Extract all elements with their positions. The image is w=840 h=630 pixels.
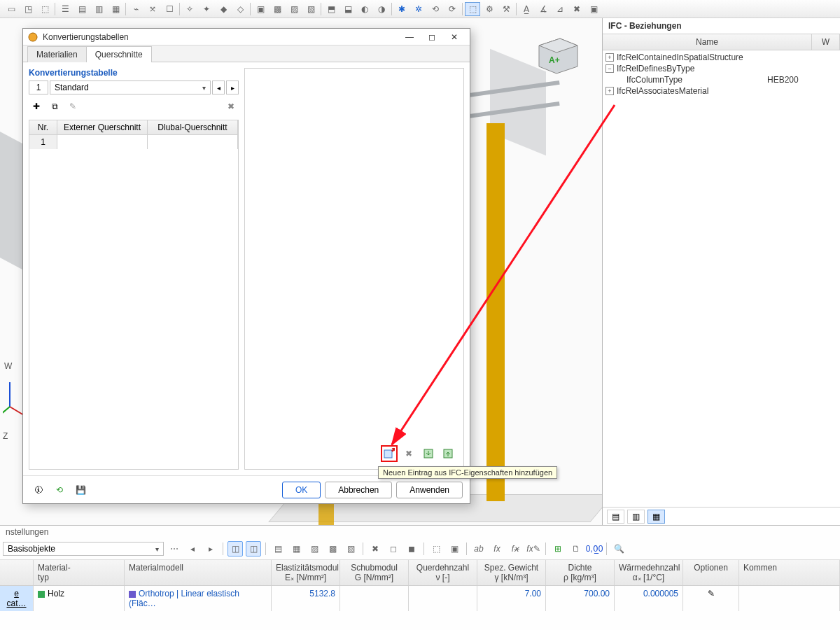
- col-nr[interactable]: Nr.: [29, 120, 57, 134]
- delete-table-button[interactable]: ✖: [223, 99, 239, 114]
- toolbar-icon[interactable]: ⟲: [428, 2, 443, 16]
- toolbar-icon[interactable]: ✖: [569, 2, 584, 16]
- toolbar-icon[interactable]: ✧: [182, 2, 197, 16]
- toolbar-icon[interactable]: ⬚: [37, 2, 52, 16]
- hdr[interactable]: Kommen: [739, 560, 840, 585]
- dialog-titlebar[interactable]: Konvertierungstabellen — ◻ ✕: [23, 29, 470, 46]
- bt-icon[interactable]: ▧: [343, 541, 358, 556]
- apply-button[interactable]: Anwenden: [396, 482, 463, 498]
- toolbar-icon[interactable]: ∡: [536, 2, 551, 16]
- bt-icon[interactable]: ◻: [386, 541, 401, 556]
- toolbar-icon[interactable]: ◇: [232, 2, 248, 16]
- toolbar-icon[interactable]: ⊿: [552, 2, 568, 16]
- import-button[interactable]: [420, 445, 437, 462]
- bt-icon[interactable]: ▦: [288, 541, 304, 556]
- col-ext[interactable]: Externer Querschnitt: [57, 120, 148, 134]
- toolbar-icon[interactable]: ▦: [108, 2, 123, 16]
- toolbar-icon[interactable]: ⬒: [323, 2, 339, 16]
- toolbar-icon[interactable]: ⤧: [145, 2, 160, 16]
- toolbar-icon[interactable]: ◐: [357, 2, 372, 16]
- hdr[interactable]: Spez. Gewicht γ [kN/m³]: [477, 560, 546, 585]
- bt-icon[interactable]: fx: [489, 541, 505, 556]
- bt-icon[interactable]: ▩: [325, 541, 340, 556]
- cell[interactable]: 5132.8: [272, 586, 340, 611]
- prev-button[interactable]: ◂: [185, 541, 200, 556]
- toolbar-icon[interactable]: ▭: [4, 2, 19, 16]
- table-row[interactable]: 1: [29, 135, 238, 149]
- toolbar-icon[interactable]: ◆: [216, 2, 231, 16]
- ifc-row[interactable]: IfcColumnType HEB200: [603, 74, 840, 85]
- bt-icon[interactable]: fx✎: [526, 541, 541, 556]
- next-button[interactable]: ▸: [203, 541, 218, 556]
- ifc-tab[interactable]: ▦: [648, 510, 665, 524]
- cell[interactable]: Orthotrop | Linear elastisch (Fläc…: [125, 586, 272, 611]
- toolbar-icon[interactable]: ✦: [199, 2, 214, 16]
- save-default-button[interactable]: 💾: [72, 482, 89, 498]
- bt-icon[interactable]: 🗋: [568, 541, 584, 556]
- next-button[interactable]: ▸: [226, 80, 239, 94]
- toolbar-icon[interactable]: ▣: [253, 2, 268, 16]
- toolbar-icon[interactable]: ▤: [74, 2, 90, 16]
- hdr[interactable]: Wärmedehnzahl αₓ [1/°C]: [615, 560, 683, 585]
- hdr[interactable]: Elastizitätsmodul Eₓ [N/mm²]: [272, 560, 340, 585]
- reset-button[interactable]: ⟲: [51, 482, 68, 498]
- bt-icon[interactable]: 0,0̲0: [587, 541, 602, 556]
- toolbar-icon[interactable]: ⬓: [340, 2, 356, 16]
- ifc-col-val[interactable]: W: [812, 34, 840, 50]
- expand-icon[interactable]: +: [606, 87, 614, 95]
- bt-icon[interactable]: fx̶: [507, 541, 523, 556]
- copy-table-button[interactable]: ⧉: [47, 99, 62, 114]
- bt-icon[interactable]: ⬚: [428, 541, 444, 556]
- toolbar-icon[interactable]: ▩: [270, 2, 285, 16]
- toolbar-icon[interactable]: ◑: [374, 2, 389, 16]
- ifc-tab[interactable]: ▥: [627, 510, 645, 524]
- cell[interactable]: [739, 586, 840, 611]
- table-row[interactable]: e cat… Holz Orthotrop | Linear elastisch…: [0, 586, 840, 611]
- cell[interactable]: Holz: [34, 586, 125, 611]
- ifc-col-name[interactable]: Name: [603, 34, 812, 50]
- toolbar-icon[interactable]: ▥: [91, 2, 106, 16]
- bt-icon[interactable]: ⊞: [550, 541, 566, 556]
- hdr[interactable]: Material- typ: [34, 560, 125, 585]
- nav-cube[interactable]: A+: [532, 35, 581, 77]
- bt-icon[interactable]: ▨: [307, 541, 322, 556]
- cell-dlu[interactable]: [148, 135, 238, 149]
- ifc-tree[interactable]: + IfcRelContainedInSpatialStructure − If…: [603, 50, 840, 98]
- toggle-b[interactable]: ◫: [246, 541, 261, 556]
- toggle-a[interactable]: ◫: [227, 541, 243, 556]
- maximize-button[interactable]: ◻: [421, 29, 443, 45]
- ifc-row[interactable]: − IfcRelDefinesByType: [603, 63, 840, 74]
- search-button[interactable]: 🔍: [611, 541, 626, 556]
- toolbar-icon[interactable]: A̲: [519, 2, 534, 16]
- cell[interactable]: ✎: [683, 586, 739, 611]
- prev-button[interactable]: ◂: [212, 80, 225, 94]
- help-button[interactable]: 🛈: [30, 482, 47, 498]
- bt-icon[interactable]: ab: [471, 541, 486, 556]
- cell-ext[interactable]: [57, 135, 148, 149]
- hdr[interactable]: Querdehnzahl ν [-]: [409, 560, 477, 585]
- ifc-tab[interactable]: ▤: [607, 510, 624, 524]
- cancel-button[interactable]: Abbrechen: [325, 482, 392, 498]
- hdr[interactable]: Optionen: [683, 560, 739, 585]
- tab-cross-sections[interactable]: Querschnitte: [86, 46, 152, 62]
- toolbar-icon[interactable]: ☐: [162, 2, 177, 16]
- bt-icon[interactable]: ◼: [404, 541, 419, 556]
- toolbar-icon[interactable]: ▧: [303, 2, 318, 16]
- toolbar-icon[interactable]: ◳: [20, 2, 36, 16]
- ok-button[interactable]: OK: [282, 482, 321, 498]
- hdr[interactable]: Dichte ρ [kg/m³]: [546, 560, 615, 585]
- delete-entry-button[interactable]: ✖: [400, 445, 417, 462]
- toolbar-icon[interactable]: ▣: [586, 2, 601, 16]
- ifc-row[interactable]: + IfcRelAssociatesMaterial: [603, 85, 840, 97]
- cell[interactable]: [340, 586, 409, 611]
- expand-icon[interactable]: −: [606, 64, 614, 73]
- expand-icon[interactable]: +: [606, 53, 614, 62]
- hdr[interactable]: Schubmodul G [N/mm²]: [340, 560, 409, 585]
- toolbar-icon[interactable]: ⚙: [482, 2, 497, 16]
- export-button[interactable]: [440, 445, 456, 462]
- toolbar-icon[interactable]: ⌁: [128, 2, 144, 16]
- bt-icon[interactable]: ▣: [447, 541, 462, 556]
- toolbar-icon[interactable]: ✱: [394, 2, 410, 16]
- object-filter-select[interactable]: Basisobjekte ▾: [3, 542, 164, 556]
- toolbar-icon[interactable]: ⟳: [444, 2, 460, 16]
